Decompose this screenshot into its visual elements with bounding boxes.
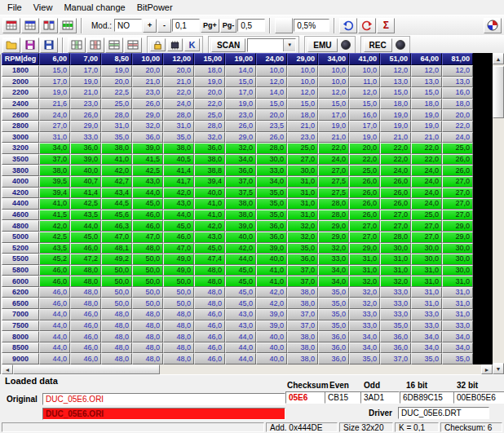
map-cell[interactable]: 15,0	[380, 87, 411, 99]
map-cell[interactable]: 37,0	[287, 276, 318, 287]
column-header[interactable]: 51,00	[380, 53, 411, 65]
map-cell[interactable]: 27,0	[318, 165, 349, 176]
map-cell[interactable]: 32,0	[194, 132, 225, 144]
map-cell[interactable]: 44,0	[132, 188, 163, 199]
map-cell[interactable]: 26,0	[349, 176, 380, 188]
map-cell[interactable]: 44,0	[39, 320, 70, 332]
map-cell[interactable]: 27,0	[287, 154, 318, 166]
map-cell[interactable]: 36,0	[380, 342, 411, 354]
map-cell[interactable]: 15,0	[287, 99, 318, 110]
map-cell[interactable]: 26,0	[225, 121, 256, 132]
column-header[interactable]: 34,00	[318, 53, 349, 65]
row-header[interactable]: 4600	[2, 210, 39, 221]
page-value-field[interactable]: 0,5	[237, 19, 265, 32]
map-cell[interactable]: 33,0	[70, 132, 101, 144]
map-cell[interactable]: 37,0	[287, 320, 318, 332]
map-cell[interactable]: 33,0	[411, 320, 442, 332]
map-cell[interactable]: 42,5	[39, 232, 70, 243]
map-cell[interactable]: 45,0	[225, 298, 256, 309]
map-cell[interactable]: 46,0	[39, 287, 70, 298]
map-cell[interactable]: 35,0	[318, 287, 349, 298]
step-minus-button[interactable]: -	[157, 19, 171, 33]
map-cell[interactable]: 25,0	[349, 165, 380, 176]
row-header[interactable]: 6200	[2, 287, 39, 298]
map-cell[interactable]: 33,0	[380, 298, 411, 309]
map-cell[interactable]: 22,0	[442, 121, 473, 132]
map-cell[interactable]: 50,0	[163, 298, 194, 309]
map-cell[interactable]: 44,0	[39, 331, 70, 342]
map-cell[interactable]: 47,0	[132, 232, 163, 243]
map-cell[interactable]: 47,4	[194, 254, 225, 265]
map-cell[interactable]: 36,0	[380, 331, 411, 342]
map-cell[interactable]: 44,0	[225, 342, 256, 354]
map-cell[interactable]: 26,0	[349, 198, 380, 210]
column-header[interactable]: 29,00	[287, 53, 318, 65]
rec-button[interactable]: REC	[364, 38, 392, 52]
driver-file-field[interactable]: DUC_05E6.DRT	[398, 407, 489, 419]
map-cell[interactable]: 43,0	[225, 309, 256, 320]
map-cell[interactable]: 31,0	[287, 188, 318, 199]
map-cell[interactable]: 42,7	[101, 176, 132, 188]
map-cell[interactable]: 39,0	[256, 309, 287, 320]
map-cell[interactable]: 24,0	[318, 154, 349, 166]
row-header[interactable]: 9000	[2, 353, 39, 365]
map-cell[interactable]: 32,0	[318, 243, 349, 254]
map-cell[interactable]: 30,0	[287, 165, 318, 176]
map-cell[interactable]: 30,0	[442, 243, 473, 254]
map-cell[interactable]: 41,0	[39, 198, 70, 210]
map-cell[interactable]: 35,0	[380, 320, 411, 332]
row-header[interactable]: 3200	[2, 143, 39, 154]
map-cell[interactable]: 28,0	[256, 143, 287, 154]
map-cell[interactable]: 50,0	[132, 276, 163, 287]
map-cell[interactable]: 22,0	[380, 154, 411, 166]
map-cell[interactable]: 31,0	[163, 121, 194, 132]
row-header[interactable]: 1800	[2, 65, 39, 77]
map-cell[interactable]: 13,0	[380, 77, 411, 88]
map-cell[interactable]: 20,0	[132, 65, 163, 77]
map-cell[interactable]: 41,5	[132, 154, 163, 166]
map-cell[interactable]: 48,0	[101, 309, 132, 320]
map-cell[interactable]: 24,0	[411, 188, 442, 199]
map-cell[interactable]: 35,0	[256, 188, 287, 199]
menu-manual-change[interactable]: Manual change	[58, 1, 130, 14]
map-cell[interactable]: 39,5	[39, 176, 70, 188]
map-cell[interactable]: 22,5	[101, 87, 132, 99]
map-cell[interactable]: 40,0	[70, 165, 101, 176]
map-cell[interactable]: 47,0	[163, 243, 194, 254]
map-cell[interactable]: 42,0	[101, 165, 132, 176]
map-cell[interactable]: 33,0	[380, 287, 411, 298]
map-cell[interactable]: 18,0	[287, 109, 318, 121]
map-cell[interactable]: 31,0	[287, 210, 318, 221]
chip-button[interactable]	[167, 38, 183, 51]
map-cell[interactable]: 50,0	[132, 298, 163, 309]
map-cell[interactable]: 41,0	[256, 276, 287, 287]
map-cell[interactable]: 26,0	[380, 188, 411, 199]
map-cell[interactable]: 35,0	[411, 353, 442, 365]
map-cell[interactable]: 12,0	[287, 87, 318, 99]
map-cell[interactable]: 41,0	[101, 154, 132, 166]
map-cell[interactable]: 44,0	[225, 331, 256, 342]
map-cell[interactable]: 48,0	[163, 320, 194, 332]
row-header[interactable]: 5000	[2, 232, 39, 243]
map-cell[interactable]: 20,0	[194, 87, 225, 99]
map-cell[interactable]: 46,0	[194, 342, 225, 354]
map-cell[interactable]: 40,7	[70, 176, 101, 188]
map-cell[interactable]: 49,0	[163, 254, 194, 265]
map-cell[interactable]: 28,0	[380, 232, 411, 243]
map-cell[interactable]: 50,0	[101, 298, 132, 309]
column-header[interactable]: 81,00	[442, 53, 473, 65]
map-cell[interactable]: 50,0	[132, 287, 163, 298]
map-cell[interactable]: 31,0	[411, 298, 442, 309]
map-cell[interactable]: 46,3	[101, 220, 132, 232]
map-cell[interactable]: 29,0	[318, 232, 349, 243]
map-cell[interactable]: 44,0	[39, 309, 70, 320]
map-cell[interactable]: 42,5	[132, 165, 163, 176]
map-cell[interactable]: 46,0	[194, 320, 225, 332]
map-cell[interactable]: 45,2	[39, 254, 70, 265]
map-cell[interactable]: 48,0	[101, 353, 132, 365]
map-cell[interactable]: 31,0	[442, 287, 473, 298]
map-cell[interactable]: 31,0	[380, 265, 411, 276]
map-cell[interactable]: 48,0	[70, 287, 101, 298]
map-cell[interactable]: 45,0	[225, 276, 256, 287]
map-cell[interactable]: 33,0	[380, 309, 411, 320]
